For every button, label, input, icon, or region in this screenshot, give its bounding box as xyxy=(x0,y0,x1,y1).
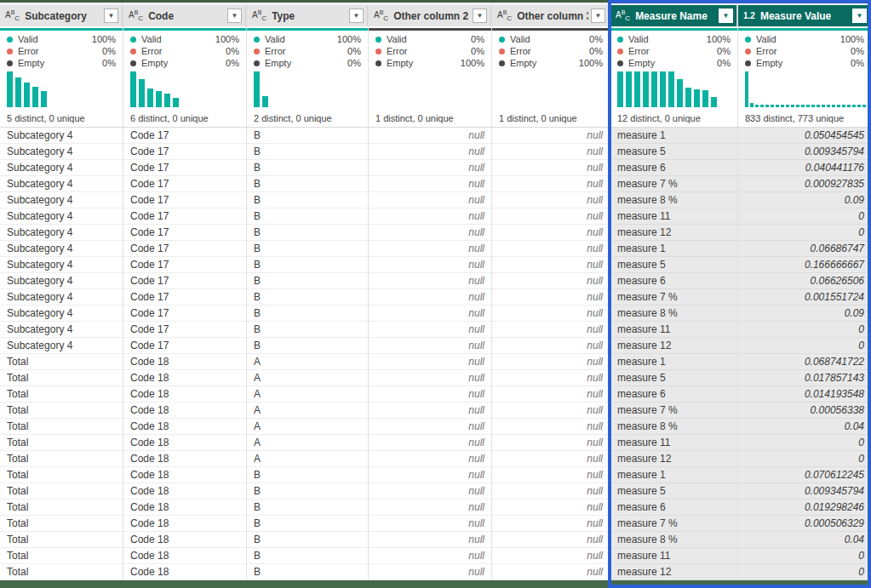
table-cell[interactable]: 0.068741722 xyxy=(738,354,871,370)
table-cell[interactable]: Subcategory 4 xyxy=(0,160,123,176)
table-cell[interactable]: 0 xyxy=(738,435,871,451)
table-cell[interactable]: measure 5 xyxy=(610,144,737,160)
histogram-bar[interactable] xyxy=(634,71,640,107)
table-cell[interactable]: B xyxy=(247,467,368,483)
table-cell[interactable]: null xyxy=(369,225,491,241)
column-header-code[interactable]: ABCCode▼ xyxy=(123,5,246,26)
filter-dropdown-button[interactable]: ▼ xyxy=(227,9,242,23)
histogram-bar[interactable] xyxy=(7,71,13,107)
histogram-bar[interactable] xyxy=(760,105,764,107)
histogram-bar[interactable] xyxy=(262,96,268,107)
histogram-bar[interactable] xyxy=(806,105,810,107)
table-cell[interactable]: measure 6 xyxy=(610,386,737,402)
table-cell[interactable]: B xyxy=(247,483,368,500)
table-cell[interactable]: B xyxy=(247,532,368,548)
column-header-type[interactable]: ABCType▼ xyxy=(247,5,368,26)
table-cell[interactable]: Subcategory 4 xyxy=(0,322,123,338)
table-cell[interactable]: A xyxy=(247,354,368,370)
histogram-bar[interactable] xyxy=(164,94,170,107)
table-cell[interactable]: measure 11 xyxy=(610,548,737,564)
table-cell[interactable]: B xyxy=(247,322,368,338)
table-cell[interactable]: Code 18 xyxy=(123,483,246,500)
table-cell[interactable]: 0 xyxy=(738,564,871,580)
histogram-bar[interactable] xyxy=(694,89,700,107)
histogram-bar[interactable] xyxy=(139,79,145,107)
table-cell[interactable]: null xyxy=(369,338,491,354)
table-cell[interactable]: Code 17 xyxy=(123,225,246,241)
table-cell[interactable]: Subcategory 4 xyxy=(0,225,123,241)
table-cell[interactable]: Code 17 xyxy=(123,289,246,305)
table-cell[interactable]: A xyxy=(247,402,368,419)
table-cell[interactable]: Code 18 xyxy=(123,386,246,402)
table-cell[interactable]: Code 17 xyxy=(123,273,246,289)
histogram-bar[interactable] xyxy=(862,105,866,107)
histogram-bar[interactable] xyxy=(24,83,30,107)
histogram-bar[interactable] xyxy=(643,71,649,107)
table-cell[interactable]: 0.000506329 xyxy=(738,516,871,532)
table-cell[interactable]: Subcategory 4 xyxy=(0,208,123,225)
table-cell[interactable]: measure 11 xyxy=(610,322,737,338)
table-cell[interactable]: 0 xyxy=(738,451,871,467)
filter-dropdown-button[interactable]: ▼ xyxy=(473,9,487,23)
table-cell[interactable]: measure 11 xyxy=(610,435,737,451)
table-cell[interactable]: Total xyxy=(0,467,123,483)
histogram-bar[interactable] xyxy=(852,105,856,107)
table-cell[interactable]: 0 xyxy=(738,548,871,564)
table-cell[interactable]: Code 17 xyxy=(123,241,246,257)
table-cell[interactable]: Code 18 xyxy=(123,435,246,451)
table-cell[interactable]: 0.070612245 xyxy=(738,467,871,483)
table-cell[interactable]: null xyxy=(369,208,491,225)
table-cell[interactable]: Code 17 xyxy=(123,128,246,144)
table-cell[interactable]: Total xyxy=(0,402,123,419)
table-cell[interactable]: B xyxy=(247,500,368,516)
table-cell[interactable]: null xyxy=(369,386,491,402)
table-cell[interactable]: Code 18 xyxy=(123,532,246,548)
table-cell[interactable]: B xyxy=(247,192,368,208)
table-cell[interactable]: 0.019298246 xyxy=(738,500,871,516)
table-cell[interactable]: measure 8 % xyxy=(610,419,737,435)
histogram-bar[interactable] xyxy=(842,105,845,107)
table-cell[interactable]: Code 18 xyxy=(123,500,246,516)
histogram-bar[interactable] xyxy=(660,71,666,107)
table-cell[interactable]: 0.009345794 xyxy=(738,483,871,500)
table-cell[interactable]: measure 6 xyxy=(610,273,737,289)
table-cell[interactable]: Code 17 xyxy=(123,322,246,338)
table-cell[interactable]: B xyxy=(247,548,368,564)
filter-dropdown-button[interactable]: ▼ xyxy=(852,9,867,23)
table-cell[interactable]: null xyxy=(369,289,491,305)
table-cell[interactable]: measure 8 % xyxy=(610,532,737,548)
table-cell[interactable]: Code 18 xyxy=(123,419,246,435)
histogram-bar[interactable] xyxy=(668,71,674,107)
table-cell[interactable]: Subcategory 4 xyxy=(0,305,123,322)
table-cell[interactable]: measure 12 xyxy=(610,564,737,580)
table-cell[interactable]: Total xyxy=(0,419,123,435)
table-cell[interactable]: measure 6 xyxy=(610,160,737,176)
table-cell[interactable]: Total xyxy=(0,516,123,532)
table-cell[interactable]: Code 18 xyxy=(123,402,246,419)
table-cell[interactable]: Code 18 xyxy=(123,516,246,532)
histogram-bar[interactable] xyxy=(15,77,21,107)
table-cell[interactable]: null xyxy=(369,451,491,467)
histogram-bar[interactable] xyxy=(147,88,153,107)
table-cell[interactable]: null xyxy=(369,500,491,516)
table-cell[interactable]: Code 18 xyxy=(123,548,246,564)
table-cell[interactable]: Total xyxy=(0,483,123,500)
table-cell[interactable]: null xyxy=(492,402,610,419)
histogram-bar[interactable] xyxy=(801,105,805,107)
table-cell[interactable]: null xyxy=(492,435,610,451)
table-cell[interactable]: null xyxy=(369,176,491,192)
table-cell[interactable]: 0.04 xyxy=(738,532,871,548)
table-cell[interactable]: null xyxy=(369,128,491,144)
table-cell[interactable]: 0.09 xyxy=(738,192,871,208)
histogram-bar[interactable] xyxy=(130,71,136,107)
histogram-bar[interactable] xyxy=(847,105,851,107)
table-cell[interactable]: B xyxy=(247,160,368,176)
table-cell[interactable]: null xyxy=(492,500,610,516)
table-cell[interactable]: 0.09 xyxy=(738,305,871,322)
table-cell[interactable]: B xyxy=(247,176,368,192)
table-cell[interactable]: Total xyxy=(0,548,123,564)
table-cell[interactable]: Subcategory 4 xyxy=(0,273,123,289)
table-cell[interactable]: null xyxy=(369,419,491,435)
table-cell[interactable]: Code 18 xyxy=(123,451,246,467)
filter-dropdown-button[interactable]: ▼ xyxy=(349,9,364,23)
